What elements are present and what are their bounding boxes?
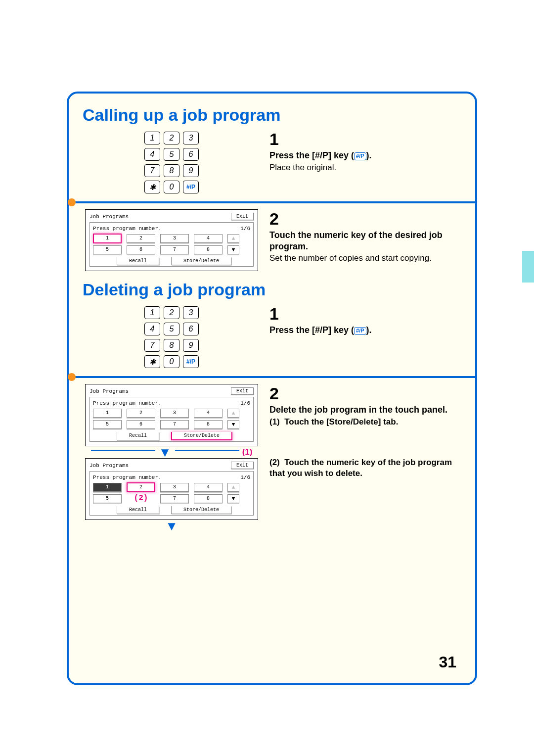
flow-label-2: (2) bbox=[127, 495, 155, 503]
touch-panel-2b: Job Programs Exit Press program number. … bbox=[85, 458, 258, 520]
step1-post: ). bbox=[366, 150, 372, 160]
touch-panel-2a: Job Programs Exit Press program number. … bbox=[85, 384, 258, 446]
program-2a[interactable]: 2 bbox=[127, 409, 155, 418]
panel2a-prompt: Press program number. bbox=[93, 400, 162, 406]
key-5: 5 bbox=[164, 148, 179, 161]
exit-button-2a[interactable]: Exit bbox=[231, 387, 254, 395]
key-1b: 1 bbox=[144, 306, 160, 319]
keypad-illustration-2: 1 2 3 4 5 6 7 8 9 ✱ 0 #/P bbox=[144, 304, 199, 370]
program-6a[interactable]: 6 bbox=[127, 420, 155, 429]
horizontal-divider bbox=[69, 201, 475, 203]
key-3: 3 bbox=[183, 132, 199, 144]
scroll-down-2b-icon[interactable]: ▼ bbox=[227, 494, 239, 503]
substep-1: (1) Touch the [Store/Delete] tab. bbox=[269, 417, 461, 427]
recall-tab[interactable]: Recall bbox=[117, 257, 159, 265]
program-3[interactable]: 3 bbox=[160, 234, 189, 243]
page-number: 31 bbox=[439, 653, 456, 671]
program-7a[interactable]: 7 bbox=[160, 420, 189, 429]
side-thumb-tab bbox=[522, 251, 534, 283]
flow-arrow-2: ▼ bbox=[165, 521, 178, 531]
key-3b: 3 bbox=[183, 306, 199, 319]
key-0b: 0 bbox=[164, 355, 179, 368]
heading-calling-up: Calling up a job program bbox=[83, 105, 461, 125]
key-hash-p-b: #/P bbox=[183, 355, 199, 368]
key-6b: 6 bbox=[183, 323, 199, 335]
key-7: 7 bbox=[144, 164, 160, 177]
key-0: 0 bbox=[164, 181, 179, 193]
program-4a[interactable]: 4 bbox=[194, 409, 222, 418]
program-4[interactable]: 4 bbox=[194, 234, 222, 243]
scroll-down-icon[interactable]: ▼ bbox=[227, 245, 239, 254]
substep-2: (2) Touch the numeric key of the job pro… bbox=[269, 457, 461, 479]
program-3b[interactable]: 3 bbox=[160, 483, 189, 492]
scroll-up-icon[interactable]: ▲ bbox=[227, 234, 239, 243]
panel2b-title: Job Programs bbox=[89, 463, 129, 469]
key-7b: 7 bbox=[144, 339, 160, 352]
key-4b: 4 bbox=[144, 323, 160, 335]
key-6: 6 bbox=[183, 148, 199, 161]
panel-title: Job Programs bbox=[89, 214, 129, 220]
program-4b[interactable]: 4 bbox=[194, 483, 222, 492]
key-2b: 2 bbox=[164, 306, 179, 319]
recall-tab-2b[interactable]: Recall bbox=[117, 506, 159, 514]
program-5b[interactable]: 5 bbox=[93, 494, 122, 503]
program-8b[interactable]: 8 bbox=[194, 494, 222, 503]
program-6[interactable]: 6 bbox=[127, 245, 155, 254]
scroll-down-2a-icon[interactable]: ▼ bbox=[227, 420, 239, 429]
substep-1-text: Touch the [Store/Delete] tab. bbox=[284, 417, 398, 426]
exit-button[interactable]: Exit bbox=[231, 213, 254, 220]
panel-pager: 1/6 bbox=[240, 226, 250, 232]
recall-tab-2a[interactable]: Recall bbox=[117, 432, 159, 440]
flow-arrow-1: ▼ (1) bbox=[91, 447, 253, 457]
delete-step-number-1: 1 bbox=[269, 304, 461, 324]
program-8[interactable]: 8 bbox=[194, 245, 222, 254]
key-9b: 9 bbox=[183, 339, 199, 352]
keypad-illustration-1: 1 2 3 4 5 6 7 8 9 ✱ 0 #/P bbox=[144, 130, 199, 195]
touch-panel-1: Job Programs Exit Press program number. … bbox=[85, 209, 258, 271]
store-delete-tab-2a[interactable]: Store/Delete bbox=[171, 432, 232, 440]
step-number-2: 2 bbox=[269, 209, 461, 229]
delete-step-number-2: 2 bbox=[269, 384, 461, 403]
program-2[interactable]: 2 bbox=[127, 234, 155, 243]
program-1b[interactable]: 1 bbox=[93, 483, 122, 492]
key-2: 2 bbox=[164, 132, 179, 144]
substep-2-num: (2) bbox=[269, 458, 280, 467]
program-1[interactable]: 1 bbox=[93, 234, 122, 243]
program-7[interactable]: 7 bbox=[160, 245, 189, 254]
step2-body: Set the number of copies and start copyi… bbox=[269, 253, 461, 264]
program-2b[interactable]: 2 bbox=[127, 482, 155, 492]
panel2a-pager: 1/6 bbox=[240, 400, 250, 406]
scroll-up-2a-icon[interactable]: ▲ bbox=[227, 409, 239, 418]
key-4: 4 bbox=[144, 148, 160, 161]
program-3a[interactable]: 3 bbox=[160, 409, 189, 418]
horizontal-divider-2 bbox=[69, 376, 475, 378]
program-8a[interactable]: 8 bbox=[194, 420, 222, 429]
key-1: 1 bbox=[144, 132, 160, 144]
panel2b-pager: 1/6 bbox=[240, 474, 250, 480]
key-5b: 5 bbox=[164, 323, 179, 335]
panel-prompt: Press program number. bbox=[93, 226, 162, 232]
heading-deleting: Deleting a job program bbox=[83, 280, 461, 299]
scroll-up-2b-icon[interactable]: ▲ bbox=[227, 483, 239, 492]
program-5[interactable]: 5 bbox=[93, 245, 122, 254]
flow-label-1: (1) bbox=[242, 447, 253, 457]
delete-step2-instruction: Delete the job program in the touch pane… bbox=[269, 404, 461, 416]
step1-body: Place the original. bbox=[269, 162, 461, 173]
step1-instruction: Press the [#/P] key (#/P). bbox=[269, 150, 461, 161]
hp-badge-icon: #/P bbox=[354, 152, 366, 160]
key-star-b: ✱ bbox=[144, 355, 160, 368]
key-star: ✱ bbox=[144, 181, 160, 193]
program-5a[interactable]: 5 bbox=[93, 420, 122, 429]
program-7b[interactable]: 7 bbox=[160, 494, 189, 503]
store-delete-tab-2b[interactable]: Store/Delete bbox=[171, 506, 231, 514]
program-1a[interactable]: 1 bbox=[93, 409, 122, 418]
exit-button-2b[interactable]: Exit bbox=[231, 462, 254, 469]
panel2b-prompt: Press program number. bbox=[93, 474, 162, 480]
step-number-1: 1 bbox=[269, 130, 461, 149]
delete-step1-post: ). bbox=[366, 325, 372, 335]
store-delete-tab[interactable]: Store/Delete bbox=[171, 257, 231, 265]
step2-instruction: Touch the numeric key of the desired job… bbox=[269, 230, 461, 252]
key-8b: 8 bbox=[164, 339, 179, 352]
substep-1-num: (1) bbox=[269, 417, 280, 426]
delete-step1-instruction: Press the [#/P] key (#/P). bbox=[269, 325, 461, 336]
